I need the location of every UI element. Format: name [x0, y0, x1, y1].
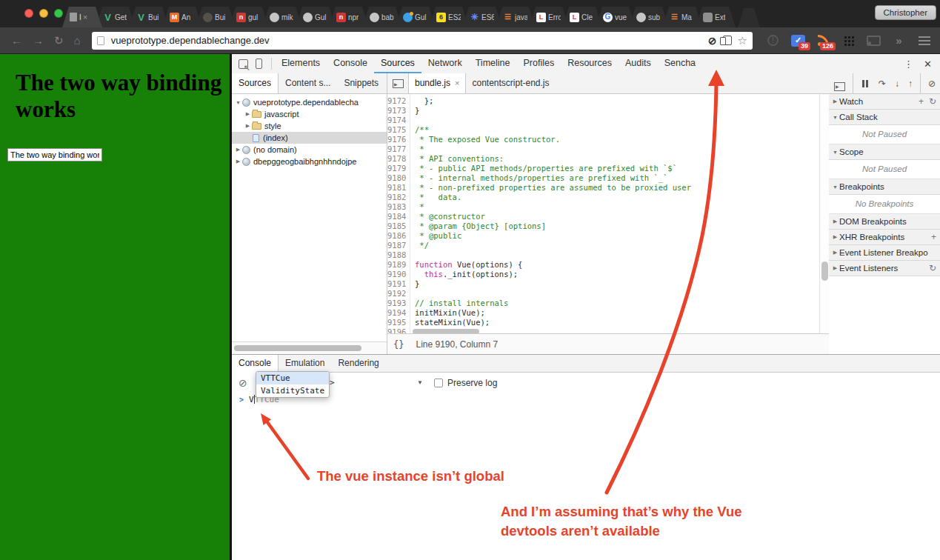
browser-tab[interactable]: VGet — [96, 7, 136, 27]
line-number[interactable]: 9185 — [387, 221, 410, 231]
devtools-tab-resources[interactable]: Resources — [561, 54, 619, 73]
devtools-tab-timeline[interactable]: Timeline — [469, 54, 517, 73]
line-number[interactable]: 9175 — [387, 125, 410, 135]
zoom-window-icon[interactable] — [54, 9, 63, 18]
page-text-input[interactable] — [7, 148, 102, 161]
line-number[interactable]: 9180 — [387, 173, 410, 183]
devtools-tab-network[interactable]: Network — [421, 54, 469, 73]
step-over-icon[interactable]: ↷ — [879, 79, 886, 88]
step-out-icon[interactable]: ↑ — [908, 79, 913, 88]
autocomplete-item[interactable]: ValidityState — [256, 384, 329, 397]
browser-tab[interactable]: Gul — [296, 7, 336, 27]
new-tab-button[interactable] — [738, 8, 760, 27]
browser-tab[interactable]: mik — [262, 7, 302, 27]
devices-icon[interactable] — [723, 36, 732, 45]
editor-hscrollbar-thumb[interactable] — [413, 329, 479, 333]
line-number[interactable]: 9196 — [387, 327, 410, 333]
line-number[interactable]: 9194 — [387, 308, 410, 318]
tree-item[interactable]: ▶dbepggeogbaibhgnhhndojpe — [232, 156, 387, 167]
refresh-icon[interactable]: ↻ — [929, 264, 936, 273]
bookmark-star-icon[interactable]: ☆ — [738, 34, 747, 47]
dialpad-icon[interactable] — [844, 36, 847, 39]
step-into-icon[interactable]: ↓ — [895, 79, 899, 88]
navigator-tab-snippets[interactable]: Snippets — [337, 73, 385, 93]
browser-tab[interactable]: sub — [629, 7, 669, 27]
browser-tab[interactable]: Bui — [196, 7, 236, 27]
line-number[interactable]: 9187 — [387, 241, 410, 250]
browser-tab[interactable]: Gul — [396, 7, 436, 27]
tree-item[interactable]: ▶style — [232, 120, 387, 132]
pretty-print-icon[interactable]: {} — [393, 339, 404, 350]
line-number[interactable]: 9182 — [387, 193, 410, 202]
line-number[interactable]: 9186 — [387, 231, 410, 241]
inbox-extension[interactable]: ✓ 39 — [791, 34, 805, 47]
line-number[interactable]: 9193 — [387, 299, 410, 308]
line-number[interactable]: 9178 — [387, 154, 410, 164]
pane-header-event-listeners[interactable]: ▶Event Listeners↻ — [829, 261, 940, 276]
browser-tab[interactable]: ☰java — [496, 7, 536, 27]
console-prompt[interactable]: > V TTCue — [232, 393, 940, 406]
devtools-tab-sencha[interactable]: Sencha — [658, 54, 702, 73]
browser-tab[interactable]: MAn — [162, 7, 202, 27]
plus-icon[interactable]: + — [931, 233, 936, 241]
line-number[interactable]: 9192 — [387, 289, 410, 299]
clear-console-icon[interactable]: ⊘ — [239, 377, 247, 389]
frame-selector-dropdown-icon[interactable]: ▼ — [417, 379, 423, 386]
line-number[interactable]: 9188 — [387, 250, 410, 260]
address-input[interactable] — [110, 34, 702, 47]
overflow-chevrons-icon[interactable]: » — [896, 34, 901, 47]
editor-tab[interactable]: contentscript-end.js — [466, 73, 555, 93]
devtools-tab-audits[interactable]: Audits — [619, 54, 658, 73]
browser-tab[interactable]: I× — [62, 7, 102, 27]
autocomplete-item[interactable]: VTTCue — [256, 372, 329, 384]
line-number[interactable]: 9179 — [387, 164, 410, 173]
tab-close-icon[interactable]: × — [455, 73, 459, 93]
drawer-tab-console[interactable]: Console — [232, 355, 279, 373]
scrollbar-thumb[interactable] — [234, 345, 361, 351]
show-navigator-icon[interactable]: ▶ — [393, 79, 404, 88]
browser-tab[interactable]: LErro — [529, 7, 569, 27]
forward-icon[interactable]: → — [33, 35, 44, 46]
browser-tab[interactable]: ☰Ma — [662, 7, 702, 27]
drawer-tab-rendering[interactable]: Rendering — [331, 355, 385, 372]
preserve-log-option[interactable]: Preserve log — [434, 378, 497, 388]
line-number[interactable]: 9177 — [387, 144, 410, 154]
browser-tab[interactable]: bab — [362, 7, 402, 27]
browser-tab[interactable]: ✳ES6 — [462, 7, 502, 27]
line-number[interactable]: 9190 — [387, 270, 410, 279]
tab-close-icon[interactable]: × — [83, 13, 87, 21]
line-number[interactable]: 9181 — [387, 183, 410, 193]
navigator-tab-contents[interactable]: Content s... — [279, 73, 337, 93]
pane-header-event-listener-breakpo[interactable]: ▶Event Listener Breakpo — [829, 245, 940, 261]
profile-button[interactable]: Christopher — [875, 5, 936, 20]
close-window-icon[interactable] — [24, 9, 33, 18]
pause-script-icon[interactable] — [862, 80, 868, 87]
vue-devtools-disabled-icon[interactable]: ⊘ — [708, 35, 717, 47]
browser-tab[interactable]: Gvue — [596, 7, 636, 27]
line-number[interactable]: 9191 — [387, 279, 410, 289]
devtools-tab-console[interactable]: Console — [327, 54, 374, 73]
devtools-tab-sources[interactable]: Sources — [374, 54, 421, 73]
browser-tab[interactable]: 6ES2 — [429, 7, 469, 27]
browser-tab[interactable]: VBui — [129, 7, 169, 27]
minimize-window-icon[interactable] — [39, 9, 48, 18]
pane-header-xhr-breakpoints[interactable]: ▶XHR Breakpoints+ — [829, 230, 940, 245]
navigator-hscrollbar[interactable] — [232, 341, 387, 354]
pane-header-breakpoints[interactable]: ▼Breakpoints — [829, 179, 940, 195]
line-number[interactable]: 9173 — [387, 106, 410, 116]
tree-item[interactable]: (index) — [232, 132, 387, 144]
devtools-close-icon[interactable]: ✕ — [924, 59, 932, 70]
browser-tab[interactable]: Ext — [696, 7, 736, 27]
show-drawer-panel-icon[interactable]: ▶ — [834, 82, 845, 91]
plus-icon[interactable]: + — [919, 97, 924, 106]
drawer-tab-emulation[interactable]: Emulation — [279, 355, 331, 372]
line-number[interactable]: 9174 — [387, 116, 410, 125]
line-number[interactable]: 9183 — [387, 202, 410, 212]
menu-icon[interactable] — [919, 36, 930, 45]
browser-tab[interactable]: LCle — [562, 7, 602, 27]
devtools-tab-elements[interactable]: Elements — [275, 54, 327, 73]
editor-vscrollbar[interactable] — [819, 94, 829, 333]
devtools-tab-profiles[interactable]: Profiles — [516, 54, 561, 73]
line-number[interactable]: 9176 — [387, 135, 410, 144]
deactivate-breakpoints-icon[interactable]: ⊘ — [928, 79, 936, 88]
